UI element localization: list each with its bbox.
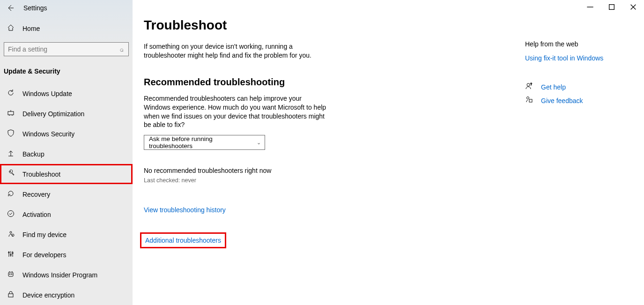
location-icon [7,230,15,239]
help-column: Help from the web Using fix-it tool in W… [525,40,644,110]
svg-point-26 [527,83,530,86]
lock-icon [7,290,15,299]
sidebar-item-backup[interactable]: Backup [0,144,133,164]
sidebar-item-delivery-optimization[interactable]: Delivery Optimization [0,104,133,124]
view-history-link[interactable]: View troubleshooting history [144,206,226,214]
svg-rect-16 [8,272,13,276]
sidebar-item-label: Delivery Optimization [22,110,84,118]
content: Troubleshoot If something on your device… [144,18,518,305]
sidebar-item-label: Troubleshoot [22,171,60,178]
feedback-icon [525,96,533,105]
refresh-icon [7,89,15,98]
sidebar-item-for-developers[interactable]: For developers [0,245,133,265]
sidebar-item-label: Device encryption [22,291,74,299]
close-button[interactable] [622,0,644,14]
additional-troubleshooters-link[interactable]: Additional troubleshooters [140,232,226,248]
svg-point-8 [10,231,12,233]
sidebar-item-troubleshoot[interactable]: Troubleshoot [0,164,133,184]
sidebar-item-activation[interactable]: Activation [0,204,133,224]
sidebar-item-label: Windows Insider Program [22,271,97,279]
sidebar-item-windows-insider-program[interactable]: Windows Insider Program [0,265,133,285]
svg-rect-29 [529,99,532,102]
section-description: Recommended troubleshooters can help imp… [144,94,326,130]
status-sub: Last checked: never [144,177,518,184]
sidebar-item-recovery[interactable]: Recovery [0,184,133,204]
close-icon [629,3,637,11]
sidebar-home[interactable]: Home [0,19,133,37]
troubleshoot-preference-dropdown[interactable]: Ask me before running troubleshooters ⌄ [144,135,265,150]
title-bar: Settings [0,0,133,15]
tools-icon [7,250,15,259]
sidebar-item-windows-security[interactable]: Windows Security [0,124,133,144]
give-feedback-row[interactable]: Give feedback [525,96,644,105]
window-controls [579,0,644,14]
svg-point-18 [11,274,12,275]
svg-point-7 [8,211,14,217]
search-box[interactable]: ⌕ [4,42,129,56]
sidebar-item-label: Recovery [22,191,50,198]
page-intro: If something on your device isn't workin… [144,42,326,60]
wrench-icon [7,170,15,179]
get-help-row[interactable]: ? Get help [525,82,644,91]
home-icon [7,24,15,33]
delivery-icon [7,109,15,118]
get-help-icon: ? [525,82,533,91]
back-arrow-icon [7,4,14,12]
section-heading: Recommended troubleshooting [144,77,518,88]
sidebar-item-label: Windows Security [22,130,74,138]
sidebar-item-label: Find my device [22,231,67,238]
sidebar-item-device-encryption[interactable]: Device encryption [0,285,133,305]
sidebar-home-label: Home [22,25,40,32]
sidebar-category: Update & Security [0,59,133,81]
page-title: Troubleshoot [144,18,518,33]
sidebar-item-label: Backup [22,150,44,158]
recovery-icon [7,190,15,199]
insider-icon [7,270,15,279]
help-web-link[interactable]: Using fix-it tool in Windows [525,54,644,62]
svg-rect-1 [8,112,14,115]
svg-rect-21 [8,294,13,297]
sidebar-item-windows-update[interactable]: Windows Update [0,83,133,104]
svg-rect-23 [609,5,614,10]
svg-text:?: ? [530,82,532,86]
dropdown-value: Ask me before running troubleshooters [149,135,257,149]
back-button[interactable] [4,1,17,15]
svg-point-17 [9,274,10,275]
help-heading: Help from the web [525,40,644,48]
search-input[interactable] [4,43,115,56]
window-title: Settings [23,4,47,12]
sidebar: Settings Home ⌕ Update & Security Window… [0,0,133,305]
give-feedback-link[interactable]: Give feedback [541,97,583,104]
backup-icon [7,149,15,158]
status-line: No recommended troubleshooters right now [144,167,518,174]
check-icon [7,210,15,219]
maximize-icon [608,3,615,11]
sidebar-item-label: For developers [22,251,66,259]
chevron-down-icon: ⌄ [257,140,261,146]
minimize-icon [586,3,594,11]
sidebar-item-label: Activation [22,211,51,218]
maximize-button[interactable] [601,0,622,14]
sidebar-item-label: Windows Update [22,90,72,97]
sidebar-item-find-my-device[interactable]: Find my device [0,224,133,245]
search-icon: ⌕ [115,45,128,53]
minimize-button[interactable] [579,0,601,14]
status-block: No recommended troubleshooters right now… [144,167,518,184]
get-help-link[interactable]: Get help [541,83,566,91]
sidebar-nav: Windows UpdateDelivery OptimizationWindo… [0,83,133,305]
main-area: Troubleshoot If something on your device… [133,0,644,305]
shield-icon [7,129,15,138]
svg-point-28 [527,97,529,99]
